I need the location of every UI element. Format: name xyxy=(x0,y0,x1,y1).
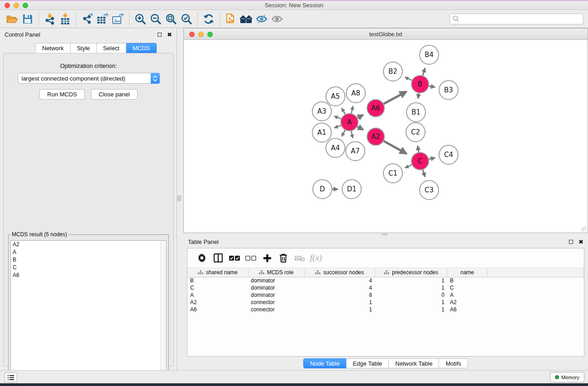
graph-node-D1[interactable]: D1 xyxy=(342,180,361,199)
graph-edge[interactable] xyxy=(358,127,363,130)
column-header[interactable]: name xyxy=(447,268,487,277)
graph-node-A8[interactable]: A8 xyxy=(346,84,365,103)
graph-node-B3[interactable]: B3 xyxy=(439,81,458,100)
graph-edge[interactable] xyxy=(351,106,353,114)
resize-grip-icon[interactable] xyxy=(581,226,587,232)
float-panel-icon[interactable] xyxy=(158,33,162,37)
graph-node-C3[interactable]: C3 xyxy=(420,181,439,200)
settings-gear-icon[interactable] xyxy=(194,250,210,266)
graph-edge[interactable] xyxy=(358,115,363,118)
import-table-icon[interactable] xyxy=(57,12,73,26)
deselect-all-icon[interactable] xyxy=(243,250,259,266)
graph-edge[interactable] xyxy=(429,86,435,87)
export-table-icon[interactable] xyxy=(95,12,110,26)
column-header[interactable]: successor nodes xyxy=(304,268,375,277)
result-list-item[interactable]: A xyxy=(11,248,166,256)
tab-node-table[interactable]: Node Table xyxy=(303,358,347,368)
graph-node-B2[interactable]: B2 xyxy=(383,62,402,81)
save-session-icon[interactable] xyxy=(20,12,35,26)
graph-edge[interactable] xyxy=(423,170,425,177)
graph-edge[interactable] xyxy=(335,125,341,128)
graph-edge[interactable] xyxy=(423,68,425,75)
graph-node-A7[interactable]: A7 xyxy=(346,142,365,161)
node-attribute-table[interactable]: shared nameMCDS rolesuccessor nodesprede… xyxy=(187,268,584,313)
graph-node-C[interactable]: C xyxy=(411,152,429,170)
tab-select[interactable]: Select xyxy=(97,43,126,53)
tab-edge-table[interactable]: Edge Table xyxy=(346,358,389,368)
graph-node-A[interactable]: A xyxy=(341,114,358,131)
result-scrollbar[interactable] xyxy=(160,241,166,386)
table-close-icon[interactable]: ✖ xyxy=(578,239,583,245)
apply-layout-icon[interactable] xyxy=(201,12,216,26)
export-image-icon[interactable] xyxy=(110,12,126,26)
table-float-icon[interactable] xyxy=(569,240,573,244)
import-network-icon[interactable] xyxy=(42,12,57,26)
graph-node-A1[interactable]: A1 xyxy=(312,123,331,142)
toolbar-search[interactable] xyxy=(449,14,583,24)
network-canvas[interactable]: B4B2BB3A5A8A6A3B1AA1C2A2A4A7C4CC1C3DD1 xyxy=(184,40,588,233)
graph-edge[interactable] xyxy=(384,91,407,104)
graph-node-B1[interactable]: B1 xyxy=(406,103,425,122)
tab-network-table[interactable]: Network Table xyxy=(389,358,439,368)
graph-node-C2[interactable]: C2 xyxy=(406,123,425,142)
zoom-fit-icon[interactable] xyxy=(163,12,179,26)
graph-edge[interactable] xyxy=(351,131,353,138)
zoom-out-icon[interactable] xyxy=(148,12,163,26)
graph-node-B[interactable]: B xyxy=(411,76,429,93)
run-mcds-button[interactable]: Run MCDS xyxy=(39,89,85,100)
add-column-icon[interactable] xyxy=(259,250,275,266)
close-panel-button[interactable]: Close panel xyxy=(91,89,138,100)
graph-node-A3[interactable]: A3 xyxy=(312,102,331,121)
select-all-icon[interactable] xyxy=(226,250,243,266)
graph-edge[interactable] xyxy=(342,108,345,114)
graph-edge[interactable] xyxy=(405,165,412,168)
column-header[interactable]: MCDS role xyxy=(248,268,304,277)
zoom-in-icon[interactable] xyxy=(133,12,148,26)
table-row[interactable]: A6connector11A6 xyxy=(187,306,584,313)
hide-selected-icon[interactable] xyxy=(254,12,269,26)
search-input[interactable] xyxy=(459,16,583,22)
memory-button[interactable]: Memory xyxy=(550,372,584,382)
criterion-dropdown[interactable]: largest connected component (directed) xyxy=(18,73,160,84)
table-row[interactable]: A2connector11A2 xyxy=(187,299,584,306)
delete-column-icon[interactable] xyxy=(275,250,292,266)
new-session-icon[interactable] xyxy=(223,12,239,26)
tab-network[interactable]: Network xyxy=(35,43,71,53)
table-row[interactable]: Adominator80A xyxy=(187,291,584,299)
graph-edge[interactable] xyxy=(334,116,341,119)
graph-node-A2[interactable]: A2 xyxy=(367,128,384,145)
graph-edge[interactable] xyxy=(342,130,345,137)
result-list-item[interactable]: B xyxy=(11,256,166,264)
column-header[interactable]: predecessor nodes xyxy=(375,268,447,277)
tab-style[interactable]: Style xyxy=(71,43,97,53)
task-history-button[interactable] xyxy=(5,372,17,382)
graph-node-B4[interactable]: B4 xyxy=(420,45,439,64)
graph-node-C4[interactable]: C4 xyxy=(439,145,458,164)
result-list-item[interactable]: A6 xyxy=(11,272,166,279)
result-list-item[interactable]: A2 xyxy=(11,241,166,248)
close-panel-icon[interactable]: ✖ xyxy=(167,32,172,38)
graph-edge[interactable] xyxy=(384,141,407,154)
graph-node-A5[interactable]: A5 xyxy=(326,87,345,106)
column-visibility-icon[interactable] xyxy=(210,250,226,266)
graph-node-A6[interactable]: A6 xyxy=(367,100,384,117)
reset-view-icon[interactable] xyxy=(239,12,254,26)
graph-node-D[interactable]: D xyxy=(313,180,332,199)
zoom-selected-icon[interactable] xyxy=(179,12,194,26)
vertical-split-handle[interactable] xyxy=(177,195,181,201)
export-network-icon[interactable] xyxy=(80,12,95,26)
table-row[interactable]: Bdominator41B xyxy=(187,277,584,284)
graph-edge[interactable] xyxy=(418,93,419,99)
graph-node-C1[interactable]: C1 xyxy=(383,164,402,183)
mcds-result-list[interactable]: A2ABCA6 xyxy=(10,240,167,386)
tab-mcds[interactable]: MCDS xyxy=(126,43,157,53)
graph-node-A4[interactable]: A4 xyxy=(326,138,345,157)
tab-motifs[interactable]: Motifs xyxy=(439,358,468,368)
result-list-item[interactable]: C xyxy=(11,264,166,272)
open-file-icon[interactable] xyxy=(5,12,20,26)
table-row[interactable]: Cdominator41C xyxy=(187,284,584,291)
graph-edge[interactable] xyxy=(418,146,419,152)
graph-edge[interactable] xyxy=(405,77,412,80)
graph-edge[interactable] xyxy=(429,158,435,159)
column-header[interactable]: shared name xyxy=(187,268,248,277)
